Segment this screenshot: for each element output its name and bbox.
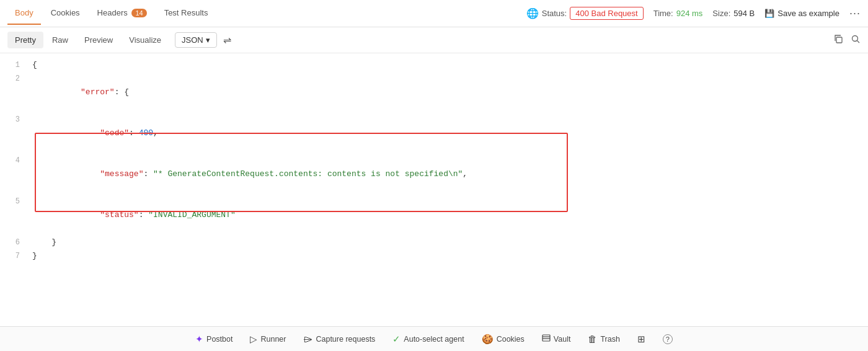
save-icon: 💾 (764, 9, 774, 18)
code-line-1: 1 { (0, 58, 868, 72)
status-label: Status: (542, 9, 567, 18)
sub-tab-pretty[interactable]: Pretty (7, 32, 43, 48)
wrap-toggle[interactable]: ⇌ (223, 34, 231, 46)
size-label: Size: (712, 9, 730, 18)
line-num-2: 2 (0, 72, 30, 86)
trash-label: Trash (600, 335, 620, 344)
postbot-icon: ✦ (195, 334, 203, 345)
svg-rect-3 (542, 335, 550, 341)
line-num-7: 7 (0, 249, 30, 263)
line-num-1: 1 (0, 58, 30, 72)
capture-label: Capture requests (316, 335, 375, 344)
format-selector[interactable]: JSON ▾ (175, 32, 217, 48)
time-value: 924 ms (676, 9, 703, 18)
auto-select-agent-item[interactable]: ✓ Auto-select agent (392, 334, 464, 345)
time-meta: Time: 924 ms (653, 9, 703, 18)
chevron-down-icon: ▾ (206, 35, 210, 45)
tab-headers[interactable]: Headers 14 (90, 2, 154, 25)
code-line-6: 6 } (0, 236, 868, 249)
format-label: JSON (182, 35, 203, 45)
code-area: 1 { 2 "error": { 3 "code": 400, 4 "messa… (0, 53, 868, 326)
line-num-6: 6 (0, 236, 30, 249)
runner-label: Runner (260, 335, 286, 344)
size-value: 594 B (733, 9, 755, 18)
code-line-2: 2 "error": { (0, 72, 868, 113)
line-num-5: 5 (0, 195, 30, 208)
trash-item[interactable]: 🗑 Trash (588, 334, 620, 344)
line-num-3: 3 (0, 113, 30, 127)
vault-item[interactable]: Vault (542, 334, 571, 344)
svg-rect-0 (836, 37, 842, 43)
sub-tab-raw[interactable]: Raw (45, 32, 76, 48)
globe-icon: 🌐 (526, 7, 539, 19)
line-content-6: } (30, 236, 868, 249)
code-line-5: 5 "status": "INVALID_ARGUMENT" (0, 195, 868, 236)
status-badge: 400 Bad Request (570, 7, 643, 20)
code-line-3: 3 "code": 400, (0, 113, 868, 154)
bottom-bar: ✦ Postbot ▷ Runner ⌲ Capture requests ✓ … (0, 326, 868, 351)
svg-line-2 (857, 40, 860, 43)
sub-bar-left: Pretty Raw Preview Visualize JSON ▾ ⇌ (7, 32, 831, 48)
line-content-7: } (30, 249, 868, 263)
tab-bar-left: Body Cookies Headers 14 Test Results (7, 2, 526, 25)
save-as-example-button[interactable]: 💾 Save as example (764, 9, 839, 18)
search-button[interactable] (851, 34, 861, 47)
line-content-1: { (30, 58, 868, 72)
tab-cookies[interactable]: Cookies (43, 2, 87, 25)
copy-button[interactable] (833, 34, 843, 47)
sub-bar-right (833, 34, 861, 47)
line-content-2: "error": { (30, 72, 868, 113)
vault-label: Vault (554, 335, 571, 344)
runner-icon: ▷ (250, 334, 257, 345)
help-icon: ? (663, 334, 673, 344)
line-content-3: "code": 400, (30, 113, 868, 154)
grid-icon: ⊞ (637, 334, 645, 345)
code-line-4: 4 "message": "* GenerateContentRequest.c… (0, 154, 868, 195)
cookies-bottom-label: Cookies (497, 335, 525, 344)
size-meta: Size: 594 B (712, 9, 755, 18)
code-line-7: 7 } (0, 249, 868, 263)
save-label: Save as example (777, 9, 839, 18)
sub-tab-preview[interactable]: Preview (77, 32, 120, 48)
capture-requests-item[interactable]: ⌲ Capture requests (303, 334, 375, 344)
auto-agent-label: Auto-select agent (404, 335, 464, 344)
vault-icon (542, 334, 551, 344)
trash-icon: 🗑 (588, 334, 597, 344)
more-options-button[interactable]: ··· (849, 7, 861, 20)
sub-bar: Pretty Raw Preview Visualize JSON ▾ ⇌ (0, 27, 868, 53)
tab-test-results[interactable]: Test Results (157, 2, 216, 25)
line-content-5: "status": "INVALID_ARGUMENT" (30, 195, 868, 236)
help-item[interactable]: ? (663, 334, 673, 344)
cookie-icon: 🍪 (482, 334, 494, 345)
runner-item[interactable]: ▷ Runner (250, 334, 286, 345)
check-circle-icon: ✓ (392, 334, 401, 345)
grid-item[interactable]: ⊞ (637, 334, 645, 345)
time-label: Time: (653, 9, 673, 18)
cookies-bottom-item[interactable]: 🍪 Cookies (482, 334, 525, 345)
headers-badge: 14 (131, 9, 146, 17)
tab-bar: Body Cookies Headers 14 Test Results 🌐 S… (0, 0, 868, 27)
svg-point-1 (852, 35, 858, 41)
status-meta: 🌐 Status: 400 Bad Request (526, 7, 644, 20)
capture-icon: ⌲ (303, 334, 312, 344)
line-content-4: "message": "* GenerateContentRequest.con… (30, 154, 868, 195)
postbot-label: Postbot (206, 335, 232, 344)
sub-tab-visualize[interactable]: Visualize (122, 32, 169, 48)
tab-bar-right: 🌐 Status: 400 Bad Request Time: 924 ms S… (526, 7, 861, 20)
postbot-item[interactable]: ✦ Postbot (195, 334, 232, 345)
line-num-4: 4 (0, 154, 30, 167)
tab-body[interactable]: Body (7, 2, 41, 25)
